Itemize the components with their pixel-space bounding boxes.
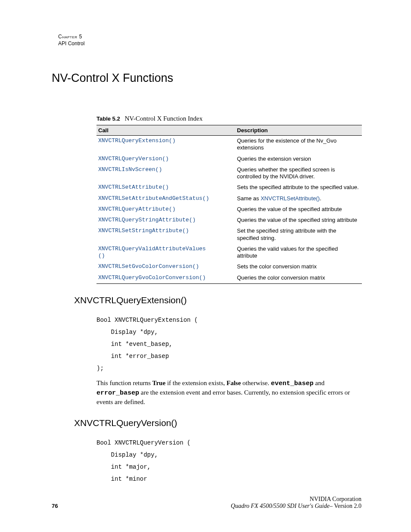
footer-guide: Quadro FX 4500/5500 SDI User's Guide <box>231 503 330 509</box>
function-link[interactable]: XNVCTRLSetAttributeAndGetStatus() <box>97 193 235 204</box>
table-caption: Table 5.2 NV-Control X Function Index <box>97 115 361 122</box>
col-header-description: Description <box>235 125 362 136</box>
footer-version: – Version 2.0 <box>330 503 361 509</box>
page-title: NV-Control X Functions <box>52 72 361 85</box>
table-row: XNVCTRLQueryStringAttribute()Queries the… <box>97 215 362 226</box>
function-description: Queries the color conversion matrix <box>235 273 362 284</box>
chapter-subtitle: API Control <box>58 40 361 47</box>
function-description: Queries the value of the specified attri… <box>235 204 362 215</box>
col-header-call: Call <box>97 125 235 136</box>
function-description: Queries the value of the specified strin… <box>235 215 362 226</box>
function-description: Queries whether the specified screen is … <box>235 165 362 183</box>
table-row: XNVCTRLSetAttribute()Sets the specified … <box>97 182 362 193</box>
section-heading-query-version: XNVCTRLQueryVersion() <box>74 418 361 428</box>
function-link[interactable]: XNVCTRLSetGvoColorConversion() <box>97 261 235 272</box>
function-link[interactable]: XNVCTRLQueryExtension() <box>97 136 235 154</box>
table-row: XNVCTRLQueryValidAttributeValues ()Queri… <box>97 244 362 262</box>
function-link[interactable]: XNVCTRLQueryStringAttribute() <box>97 215 235 226</box>
function-description: Sets the color conversion matrix <box>235 261 362 272</box>
code-block-query-extension: Bool XNVCTRLQueryExtension ( Display *dp… <box>97 314 361 374</box>
function-description: Sets the specified attribute to the spec… <box>235 182 362 193</box>
function-link[interactable]: XNVCTRLQueryVersion() <box>97 154 235 165</box>
function-link[interactable]: XNVCTRLIsNvScreen() <box>97 165 235 183</box>
table-row: XNVCTRLQueryAttribute()Queries the value… <box>97 204 362 215</box>
section-heading-query-extension: XNVCTRLQueryExtension() <box>74 295 361 305</box>
function-description: Queries the extension version <box>235 154 362 165</box>
table-row: XNVCTRLSetAttributeAndGetStatus()Same as… <box>97 193 362 204</box>
table-row: XNVCTRLQueryVersion()Queries the extensi… <box>97 154 362 165</box>
page-number: 76 <box>52 503 58 509</box>
chapter-label: Chapter 5 <box>58 34 361 40</box>
table-row: XNVCTRLSetGvoColorConversion()Sets the c… <box>97 261 362 272</box>
table-caption-text: NV-Control X Function Index <box>125 115 203 122</box>
function-description: Same as XNVCTRLSetAttribute(). <box>235 193 362 204</box>
body-text-query-extension: This function returns True if the extens… <box>97 379 362 407</box>
function-link[interactable]: XNVCTRLSetStringAttribute() <box>97 226 235 244</box>
function-index-table: Call Description XNVCTRLQueryExtension()… <box>97 125 362 284</box>
function-description: Set the specified string attribute with … <box>235 226 362 244</box>
function-link[interactable]: XNVCTRLSetAttribute() <box>97 182 235 193</box>
footer-corp: NVIDIA Corporation <box>231 496 361 503</box>
function-link[interactable]: XNVCTRLQueryAttribute() <box>97 204 235 215</box>
page-footer: 76 NVIDIA Corporation Quadro FX 4500/550… <box>52 503 361 510</box>
table-row: XNVCTRLIsNvScreen()Queries whether the s… <box>97 165 362 183</box>
cross-ref-link[interactable]: XNVCTRLSetAttribute() <box>261 195 320 202</box>
code-block-query-version: Bool XNVCTRLQueryVersion ( Display *dpy,… <box>97 437 361 485</box>
function-link[interactable]: XNVCTRLQueryGvoColorConversion() <box>97 273 235 284</box>
function-description: Queries for the existence of the Nv_Gvo … <box>235 136 362 154</box>
function-description: Queries the valid values for the specifi… <box>235 244 362 262</box>
table-row: XNVCTRLQueryGvoColorConversion()Queries … <box>97 273 362 284</box>
table-row: XNVCTRLQueryExtension()Queries for the e… <box>97 136 362 154</box>
table-label: Table 5.2 <box>97 115 120 122</box>
function-link[interactable]: XNVCTRLQueryValidAttributeValues () <box>97 244 235 262</box>
table-row: XNVCTRLSetStringAttribute()Set the speci… <box>97 226 362 244</box>
